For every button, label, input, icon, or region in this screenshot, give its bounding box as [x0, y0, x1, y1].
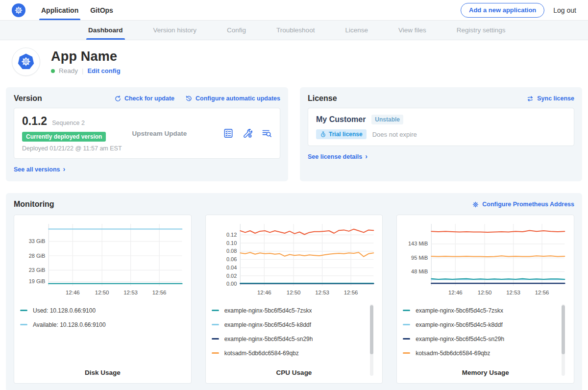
customer-name: My Customer	[316, 115, 366, 124]
svg-text:12:56: 12:56	[535, 290, 549, 295]
topnav-tab-application[interactable]: Application	[35, 0, 84, 20]
chart-legend: Used: 10.128.0.66:9100Available: 10.128.…	[20, 303, 185, 367]
legend-label: kotsadm-5db6dc6584-69qbz	[416, 350, 490, 357]
license-box: My Customer Unstable Trial license Does …	[308, 108, 574, 146]
svg-text:12:53: 12:53	[315, 290, 329, 295]
license-card-title: License	[308, 94, 337, 103]
svg-text:12:50: 12:50	[478, 290, 492, 295]
subnav-item-license[interactable]: License	[343, 21, 370, 40]
trial-license-badge: Trial license	[316, 129, 367, 139]
release-notes-icon[interactable]	[223, 128, 234, 139]
chevron-right-icon: ›	[63, 165, 66, 173]
chart-card-disk-usage: 19 GiB23 GiB28 GiB33 GiB12:4612:5012:531…	[14, 215, 192, 384]
legend-label: Available: 10.128.0.66:9100	[33, 321, 106, 328]
legend-swatch	[20, 324, 27, 325]
legend-item: example-nginx-5bc6f5d4c5-sn29h	[403, 332, 555, 346]
see-all-versions-link[interactable]: See all versions ›	[14, 166, 65, 173]
svg-text:19 GiB: 19 GiB	[29, 278, 46, 284]
stopwatch-icon	[320, 131, 326, 138]
subnav-item-dashboard[interactable]: Dashboard	[86, 21, 125, 40]
version-source-label: Upstream Update	[132, 130, 207, 137]
deploy-logs-icon[interactable]	[261, 128, 272, 139]
legend-swatch	[212, 310, 219, 311]
legend-scrollbar	[370, 304, 373, 376]
chart-card-cpu-usage: 0.000.020.040.060.080.100.1212:4612:5012…	[205, 215, 383, 384]
top-navbar: ApplicationGitOps Add a new application …	[0, 0, 588, 21]
channel-badge: Unstable	[371, 115, 403, 124]
app-icon-avatar	[12, 48, 40, 76]
check-for-update-link[interactable]: Check for update	[114, 95, 174, 102]
legend-swatch	[403, 324, 410, 325]
legend-scrollbar-thumb[interactable]	[562, 305, 565, 354]
cpu-usage-chart: 0.000.020.040.060.080.100.1212:4612:5012…	[212, 221, 377, 300]
chart-card-memory-usage: 48 MiB95 MiB143 MiB12:4612:5012:5312:56e…	[396, 215, 574, 384]
svg-text:0.08: 0.08	[226, 248, 237, 254]
legend-scrollbar-thumb[interactable]	[370, 305, 373, 354]
app-subnav: DashboardVersion historyConfigTroublesho…	[0, 21, 588, 40]
legend-swatch	[212, 352, 219, 354]
gear-icon	[472, 201, 479, 208]
legend-swatch	[20, 310, 27, 311]
chart-title: CPU Usage	[212, 369, 377, 376]
chart-legend: example-nginx-5bc6f5d4c5-7zskxexample-ng…	[212, 303, 377, 367]
svg-text:12:56: 12:56	[152, 290, 167, 295]
page-title: App Name	[51, 49, 121, 64]
expiry-text: Does not expire	[372, 131, 417, 138]
version-card: Version Check for update	[6, 87, 288, 181]
svg-text:12:46: 12:46	[66, 290, 80, 295]
legend-swatch	[403, 310, 410, 311]
svg-text:48 MiB: 48 MiB	[411, 268, 428, 274]
svg-text:143 MiB: 143 MiB	[408, 241, 428, 246]
sync-license-link[interactable]: Sync license	[526, 95, 574, 102]
subnav-item-troubleshoot[interactable]: Troubleshoot	[274, 21, 317, 40]
legend-item: kotsadm-5db6dc6584-69qbz	[212, 346, 364, 360]
chart-title: Memory Usage	[403, 369, 568, 376]
legend-label: example-nginx-5bc6f5d4c5-7zskx	[224, 307, 312, 314]
legend-item: Available: 10.128.0.66:9100	[20, 317, 172, 332]
legend-swatch	[403, 352, 410, 354]
current-version-box: 0.1.2 Sequence 2 Currently deployed vers…	[14, 108, 280, 159]
svg-text:33 GiB: 33 GiB	[29, 238, 46, 244]
configure-automatic-updates-link[interactable]: Configure automatic updates	[185, 95, 280, 102]
subnav-item-version-history[interactable]: Version history	[151, 21, 199, 40]
configure-prometheus-link[interactable]: Configure Prometheus Address	[472, 201, 574, 208]
legend-swatch	[403, 338, 410, 340]
app-header: App Name Ready | Edit config	[0, 40, 588, 84]
add-new-application-button[interactable]: Add a new application	[461, 3, 544, 18]
subnav-item-registry-settings[interactable]: Registry settings	[455, 21, 508, 40]
legend-swatch	[212, 338, 219, 340]
status-text: Ready	[59, 67, 78, 74]
monitoring-title: Monitoring	[14, 200, 54, 209]
legend-label: Used: 10.128.0.66:9100	[33, 307, 96, 314]
kubernetes-logo-icon	[12, 3, 25, 17]
disk-usage-chart: 19 GiB23 GiB28 GiB33 GiB12:4612:5012:531…	[20, 221, 185, 300]
legend-item: example-nginx-5bc6f5d4c5-k8ddf	[403, 317, 555, 332]
edit-config-link[interactable]: Edit config	[87, 67, 120, 74]
svg-text:12:46: 12:46	[448, 290, 463, 295]
legend-item: example-nginx-5bc6f5d4c5-sn29h	[212, 332, 364, 346]
memory-usage-chart: 48 MiB95 MiB143 MiB12:4612:5012:5312:56	[403, 221, 568, 300]
see-license-details-link[interactable]: See license details ›	[308, 153, 368, 161]
config-wrench-icon[interactable]	[242, 128, 253, 139]
legend-label: example-nginx-5bc6f5d4c5-7zskx	[416, 307, 503, 314]
refresh-icon	[114, 95, 122, 102]
charts-row: 19 GiB23 GiB28 GiB33 GiB12:4612:5012:531…	[14, 215, 574, 384]
divider: |	[82, 67, 83, 74]
svg-text:0.02: 0.02	[226, 273, 237, 279]
svg-text:0.12: 0.12	[226, 232, 237, 238]
chevron-right-icon: ›	[365, 152, 368, 160]
svg-text:12:50: 12:50	[286, 290, 300, 295]
legend-label: example-nginx-5bc6f5d4c5-sn29h	[416, 336, 504, 342]
svg-text:0.04: 0.04	[226, 265, 237, 270]
topnav-tabs: ApplicationGitOps	[35, 0, 119, 20]
svg-text:12:56: 12:56	[343, 290, 358, 295]
topnav-tab-gitops[interactable]: GitOps	[84, 0, 119, 20]
logout-button[interactable]: Log out	[553, 6, 576, 14]
subnav-item-view-files[interactable]: View files	[396, 21, 428, 40]
legend-label: example-nginx-5bc6f5d4c5-sn29h	[224, 336, 313, 342]
svg-text:23 GiB: 23 GiB	[29, 267, 46, 273]
subnav-item-config[interactable]: Config	[225, 21, 248, 40]
legend-swatch	[212, 324, 219, 325]
sequence-label: Sequence 2	[52, 120, 85, 126]
legend-label: kotsadm-5db6dc6584-69qbz	[224, 350, 299, 357]
